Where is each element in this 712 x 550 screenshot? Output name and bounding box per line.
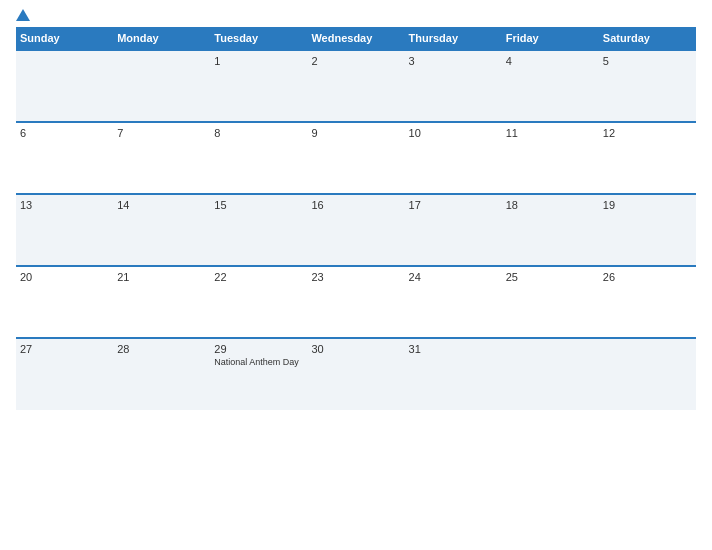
day-number: 12: [603, 127, 692, 139]
day-cell: 20: [16, 266, 113, 338]
day-number: 9: [311, 127, 400, 139]
day-number: 8: [214, 127, 303, 139]
day-cell: 10: [405, 122, 502, 194]
day-cell: [599, 338, 696, 410]
day-cell: 22: [210, 266, 307, 338]
logo-triangle-icon: [16, 9, 30, 21]
day-cell: 23: [307, 266, 404, 338]
event-label: National Anthem Day: [214, 357, 303, 368]
day-cell: 19: [599, 194, 696, 266]
day-cell: 12: [599, 122, 696, 194]
calendar-table: SundayMondayTuesdayWednesdayThursdayFrid…: [16, 27, 696, 410]
day-number: 23: [311, 271, 400, 283]
day-cell: 28: [113, 338, 210, 410]
day-cell: 18: [502, 194, 599, 266]
day-number: 3: [409, 55, 498, 67]
day-number: 16: [311, 199, 400, 211]
day-number: 22: [214, 271, 303, 283]
day-number: 30: [311, 343, 400, 355]
header: [16, 10, 696, 21]
day-number: 13: [20, 199, 109, 211]
weekday-friday: Friday: [502, 27, 599, 50]
day-number: 10: [409, 127, 498, 139]
weekday-thursday: Thursday: [405, 27, 502, 50]
day-number: 25: [506, 271, 595, 283]
week-row-4: 20212223242526: [16, 266, 696, 338]
logo-blue-text: [16, 10, 32, 21]
logo: [16, 10, 32, 21]
day-number: 21: [117, 271, 206, 283]
day-cell: 11: [502, 122, 599, 194]
day-cell: 5: [599, 50, 696, 122]
day-cell: 17: [405, 194, 502, 266]
day-number: 5: [603, 55, 692, 67]
week-row-5: 272829National Anthem Day3031: [16, 338, 696, 410]
day-number: 17: [409, 199, 498, 211]
weekday-tuesday: Tuesday: [210, 27, 307, 50]
day-number: 6: [20, 127, 109, 139]
weekday-wednesday: Wednesday: [307, 27, 404, 50]
day-cell: 29National Anthem Day: [210, 338, 307, 410]
day-number: 2: [311, 55, 400, 67]
day-cell: 30: [307, 338, 404, 410]
day-number: 24: [409, 271, 498, 283]
day-number: 19: [603, 199, 692, 211]
weekday-saturday: Saturday: [599, 27, 696, 50]
day-number: 4: [506, 55, 595, 67]
day-number: 31: [409, 343, 498, 355]
day-number: 29: [214, 343, 303, 355]
day-number: 20: [20, 271, 109, 283]
calendar-page: SundayMondayTuesdayWednesdayThursdayFrid…: [0, 0, 712, 550]
day-number: 27: [20, 343, 109, 355]
day-cell: 15: [210, 194, 307, 266]
day-number: 28: [117, 343, 206, 355]
day-number: 18: [506, 199, 595, 211]
day-number: 11: [506, 127, 595, 139]
day-cell: 24: [405, 266, 502, 338]
calendar-body: 1234567891011121314151617181920212223242…: [16, 50, 696, 410]
day-cell: [113, 50, 210, 122]
day-cell: 4: [502, 50, 599, 122]
week-row-2: 6789101112: [16, 122, 696, 194]
weekday-monday: Monday: [113, 27, 210, 50]
weekday-header-row: SundayMondayTuesdayWednesdayThursdayFrid…: [16, 27, 696, 50]
day-cell: 26: [599, 266, 696, 338]
day-number: 15: [214, 199, 303, 211]
day-cell: 21: [113, 266, 210, 338]
day-cell: [502, 338, 599, 410]
day-cell: 31: [405, 338, 502, 410]
day-number: 26: [603, 271, 692, 283]
day-cell: 13: [16, 194, 113, 266]
day-cell: 6: [16, 122, 113, 194]
day-number: 7: [117, 127, 206, 139]
day-cell: 3: [405, 50, 502, 122]
day-number: 1: [214, 55, 303, 67]
week-row-1: 12345: [16, 50, 696, 122]
day-cell: 7: [113, 122, 210, 194]
day-cell: 2: [307, 50, 404, 122]
calendar-header: SundayMondayTuesdayWednesdayThursdayFrid…: [16, 27, 696, 50]
day-cell: 9: [307, 122, 404, 194]
day-cell: 14: [113, 194, 210, 266]
day-cell: 25: [502, 266, 599, 338]
day-number: 14: [117, 199, 206, 211]
weekday-sunday: Sunday: [16, 27, 113, 50]
day-cell: 16: [307, 194, 404, 266]
week-row-3: 13141516171819: [16, 194, 696, 266]
day-cell: 8: [210, 122, 307, 194]
day-cell: 27: [16, 338, 113, 410]
day-cell: 1: [210, 50, 307, 122]
day-cell: [16, 50, 113, 122]
